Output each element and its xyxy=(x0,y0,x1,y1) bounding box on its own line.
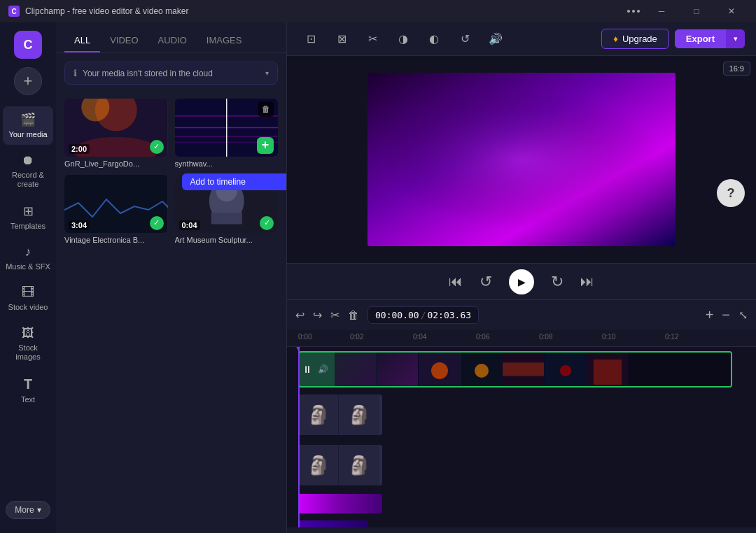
delete-media-button-synthwav[interactable]: 🗑 xyxy=(258,101,274,117)
preview-area: ⊡ ⊠ ✂ ◑ ◐ ↺ 🔊 ♦ Upgrade Export ▾ xyxy=(287,22,756,533)
upgrade-label: Upgrade xyxy=(622,34,657,44)
sidebar-nav: C + 🎬 Your media ⏺ Record &create ⊞ Temp… xyxy=(0,22,56,533)
frame-2 xyxy=(377,353,419,386)
thumb-duration-vintage: 3:04 xyxy=(69,220,90,230)
playback-controls: ⏮ ↺ ▶ ↻ ⏭ xyxy=(287,263,756,299)
gradient-clip-dark[interactable] xyxy=(298,520,368,527)
sidebar-item-stock-images[interactable]: 🖼 Stock images xyxy=(3,320,53,367)
still-clip-1[interactable]: 🗿 🗿 xyxy=(298,395,382,435)
color-button[interactable]: ◑ xyxy=(391,28,416,50)
your-media-label: Your media xyxy=(8,130,47,139)
cloud-storage-banner[interactable]: ℹ Your media isn't stored in the cloud ▾ xyxy=(64,62,278,85)
music-icon: ♪ xyxy=(25,245,31,260)
still-frame-1a: 🗿 xyxy=(298,395,339,435)
sidebar-item-your-media[interactable]: 🎬 Your media xyxy=(3,106,53,145)
frame-6 xyxy=(545,353,587,386)
delete-clip-button[interactable]: 🗑 xyxy=(348,309,359,322)
add-media-button[interactable]: + xyxy=(14,67,42,95)
sidebar-item-stock-video[interactable]: 🎞 Stock video xyxy=(3,280,53,318)
go-to-start-button[interactable]: ⏮ xyxy=(449,273,463,290)
rewind-button[interactable]: ↺ xyxy=(479,273,492,291)
play-pause-button[interactable]: ▶ xyxy=(509,269,534,294)
help-button[interactable]: ? xyxy=(717,179,745,207)
ruler-mark-1: 0:02 xyxy=(350,333,363,341)
ruler-mark-0: 0:00 xyxy=(298,333,312,341)
thumb-check-gnr: ✓ xyxy=(150,140,164,154)
rotate-button[interactable]: ↺ xyxy=(452,28,477,50)
titlebar: C Clipchamp - free video editor & video … xyxy=(0,0,756,22)
timeline-tracks: ⏸ 🔊 xyxy=(287,347,756,527)
timeline-scrollbar[interactable] xyxy=(287,527,756,533)
sidebar-item-text[interactable]: T Text xyxy=(3,371,53,410)
gradient-track-2 xyxy=(287,519,756,527)
undo-button[interactable]: ↩ xyxy=(295,308,304,322)
svg-point-25 xyxy=(431,362,448,379)
redo-button[interactable]: ↪ xyxy=(313,308,322,322)
fast-forward-button[interactable]: ↻ xyxy=(551,273,564,291)
sidebar-item-record-create[interactable]: ⏺ Record &create xyxy=(3,148,53,194)
svg-rect-34 xyxy=(629,353,731,386)
add-to-timeline-button-synthwav[interactable]: + xyxy=(257,137,274,154)
timeline-area: 0:00 0:02 0:04 0:06 0:08 0:10 0:12 ⏸ 🔊 xyxy=(287,330,756,533)
main-video-clip[interactable]: ⏸ 🔊 xyxy=(298,351,732,388)
minimize-button[interactable]: ─ xyxy=(645,0,678,22)
media-item-synthwav[interactable]: 🗑 + synthwav... Add to timeline xyxy=(175,99,279,168)
sidebar-item-music-sfx[interactable]: ♪ Music & SFX xyxy=(3,239,53,277)
transform-button[interactable]: ✂ xyxy=(360,28,385,50)
total-time: 02:03.63 xyxy=(427,310,471,320)
timeline-playhead[interactable] xyxy=(298,347,300,527)
media-item-gnr[interactable]: 2:00 ✓ GnR_Live_FargoDo... xyxy=(64,99,168,168)
audio-button[interactable]: 🔊 xyxy=(483,28,508,50)
ruler-mark-2: 0:04 xyxy=(413,333,426,341)
ruler-mark-6: 0:12 xyxy=(665,333,678,341)
still-frame-1b: 🗿 xyxy=(339,395,379,435)
frame-4 xyxy=(461,353,503,386)
maximize-button[interactable]: □ xyxy=(680,0,713,22)
thumb-label-synthwav: synthwav... xyxy=(175,159,279,168)
app-logo-icon: C xyxy=(8,6,20,17)
music-label: Music & SFX xyxy=(6,262,50,271)
tab-all[interactable]: ALL xyxy=(64,29,100,52)
zoom-out-timeline-button[interactable]: − xyxy=(722,307,730,323)
frame-last xyxy=(629,353,731,386)
export-chevron-button[interactable]: ▾ xyxy=(726,29,745,48)
media-item-vintage[interactable]: 3:04 ✓ Vintage Electronica B... xyxy=(64,175,168,244)
go-to-end-button[interactable]: ⏭ xyxy=(580,273,594,290)
stock-images-label: Stock images xyxy=(6,343,50,362)
clip-audio-icon: 🔊 xyxy=(318,364,328,374)
timeline-toolbar: ↩ ↪ ✂ 🗑 00:00.00 / 02:03.63 + − ⤡ xyxy=(287,299,756,330)
split-view-button[interactable]: ⊡ xyxy=(298,28,323,50)
fit-timeline-button[interactable]: ⤡ xyxy=(738,308,748,322)
thumb-label-art: Art Museum Sculptur... xyxy=(175,236,279,244)
more-button[interactable]: More ▾ xyxy=(6,501,50,519)
svg-rect-33 xyxy=(594,360,622,385)
svg-point-27 xyxy=(475,364,489,378)
still-track-1: 🗿 🗿 xyxy=(287,392,756,441)
tab-images[interactable]: IMAGES xyxy=(197,29,252,52)
gradient-clip-purple[interactable] xyxy=(298,494,382,513)
frame-7 xyxy=(587,353,629,386)
tab-video[interactable]: VIDEO xyxy=(100,29,148,52)
text-label: Text xyxy=(21,395,35,404)
svg-point-31 xyxy=(560,365,571,376)
export-button-group: Export ▾ xyxy=(675,29,745,48)
upgrade-button[interactable]: ♦ Upgrade xyxy=(601,29,669,49)
media-tabs: ALL VIDEO AUDIO IMAGES xyxy=(56,22,286,53)
clip-pause-icon: ⏸ xyxy=(302,364,312,375)
svg-rect-14 xyxy=(211,213,241,225)
scissors-button[interactable]: ✂ xyxy=(330,308,340,322)
cloud-banner-chevron-icon: ▾ xyxy=(265,69,269,77)
tab-audio[interactable]: AUDIO xyxy=(148,29,197,52)
more-label: More xyxy=(15,505,34,515)
stock-video-icon: 🎞 xyxy=(22,285,34,300)
window-controls: ─ □ ✕ xyxy=(645,0,748,22)
time-display: 00:00.00 / 02:03.63 xyxy=(368,306,479,324)
zoom-in-timeline-button[interactable]: + xyxy=(706,307,714,323)
still-clip-2[interactable]: 🗿 🗿 xyxy=(298,445,382,485)
close-button[interactable]: ✕ xyxy=(715,0,748,22)
sidebar-item-templates[interactable]: ⊞ Templates xyxy=(3,198,53,236)
export-button[interactable]: Export xyxy=(675,29,726,48)
adjust-button[interactable]: ◐ xyxy=(421,28,447,50)
window-menu-button[interactable] xyxy=(627,10,640,13)
crop-button[interactable]: ⊠ xyxy=(329,28,354,50)
